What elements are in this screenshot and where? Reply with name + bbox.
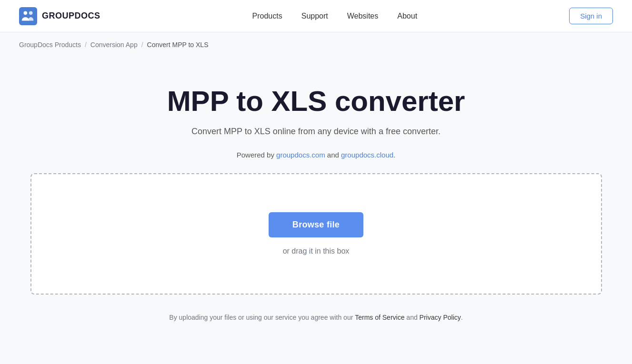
- breadcrumb-item-conversion[interactable]: Conversion App: [90, 41, 138, 49]
- privacy-policy-link[interactable]: Privacy Policy: [420, 314, 461, 321]
- logo-text: GROUPDOCS: [42, 11, 100, 21]
- page-title: MPP to XLS converter: [167, 86, 465, 117]
- drag-hint-text: or drag it in this box: [283, 247, 350, 256]
- groupdocs-cloud-link[interactable]: groupdocs.cloud: [341, 151, 393, 159]
- nav-about[interactable]: About: [397, 12, 417, 20]
- powered-by-prefix: Powered by: [237, 151, 276, 159]
- terms-of-service-link[interactable]: Terms of Service: [355, 314, 404, 321]
- footer-note: By uploading your files or using our ser…: [169, 314, 462, 321]
- logo-link[interactable]: GROUPDOCS: [19, 7, 100, 25]
- svg-rect-0: [19, 7, 37, 25]
- svg-point-2: [29, 11, 33, 15]
- powered-by-suffix: .: [393, 151, 395, 159]
- breadcrumb-item-current: Convert MPP to XLS: [147, 41, 209, 49]
- svg-point-1: [24, 11, 28, 15]
- powered-by-and: and: [325, 151, 341, 159]
- footer-and: and: [404, 314, 419, 321]
- nav-products[interactable]: Products: [252, 12, 282, 20]
- file-drop-zone[interactable]: Browse file or drag it in this box: [30, 173, 602, 295]
- groupdocs-com-link[interactable]: groupdocs.com: [276, 151, 325, 159]
- logo-icon: [19, 7, 37, 25]
- nav-websites[interactable]: Websites: [347, 12, 379, 20]
- powered-by-text: Powered by groupdocs.com and groupdocs.c…: [237, 151, 396, 159]
- nav-support[interactable]: Support: [301, 12, 328, 20]
- page-subtitle: Convert MPP to XLS online from any devic…: [191, 127, 441, 137]
- main-content: MPP to XLS converter Convert MPP to XLS …: [0, 57, 632, 340]
- footer-note-suffix: .: [461, 314, 463, 321]
- footer-note-prefix: By uploading your files or using our ser…: [169, 314, 355, 321]
- sign-in-button[interactable]: Sign in: [569, 8, 613, 24]
- main-nav: Products Support Websites About: [252, 12, 418, 20]
- breadcrumb: GroupDocs Products / Conversion App / Co…: [0, 32, 632, 57]
- browse-file-button[interactable]: Browse file: [269, 212, 363, 237]
- breadcrumb-item-groupdocs[interactable]: GroupDocs Products: [19, 41, 81, 49]
- breadcrumb-separator-2: /: [141, 41, 143, 49]
- site-header: GROUPDOCS Products Support Websites Abou…: [0, 0, 632, 32]
- breadcrumb-separator-1: /: [85, 41, 87, 49]
